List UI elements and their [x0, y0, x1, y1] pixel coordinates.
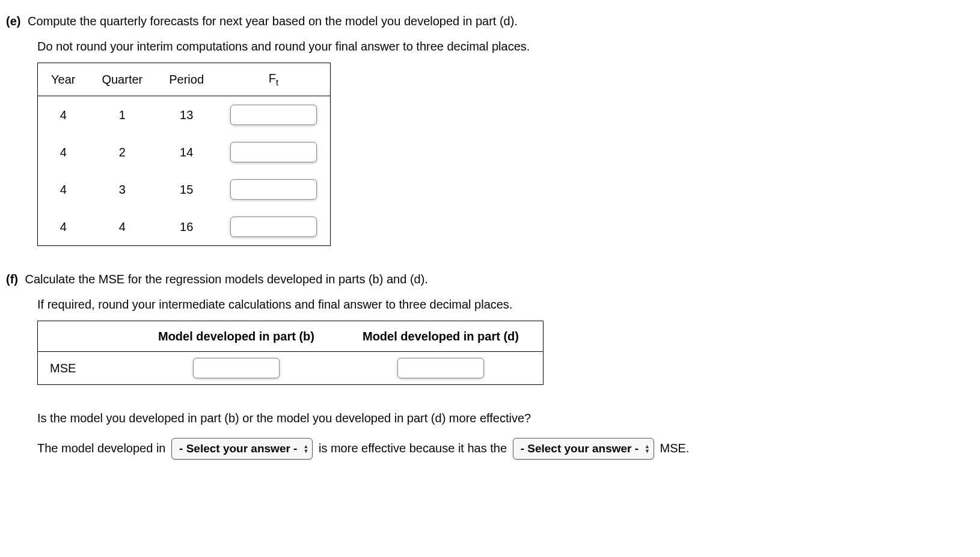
effectiveness-question: Is the model you developed in part (b) o… — [37, 409, 974, 427]
forecast-table: Year Quarter Period Ft 4 1 13 4 2 14 — [37, 63, 331, 246]
cell-year: 4 — [38, 171, 89, 208]
cell-period: 16 — [156, 208, 217, 246]
table-row: 4 2 14 — [38, 134, 331, 171]
col-quarter: Quarter — [88, 63, 156, 96]
mse-table: Model developed in part (b) Model develo… — [37, 321, 544, 385]
select-placeholder: - Select your answer - — [521, 440, 639, 458]
part-f-label: (f) — [6, 272, 18, 286]
part-e-line1: Compute the quarterly forecasts for next… — [28, 14, 518, 28]
updown-icon: ▲▼ — [645, 444, 650, 454]
part-e-line2: Do not round your interim computations a… — [37, 40, 530, 53]
sentence-post: MSE. — [660, 442, 690, 455]
cell-quarter: 4 — [88, 208, 156, 246]
ft-input-15[interactable] — [230, 179, 317, 200]
part-f-line2: If required, round your intermediate cal… — [37, 298, 512, 311]
model-select[interactable]: - Select your answer - ▲▼ — [171, 438, 313, 460]
ft-input-14[interactable] — [230, 142, 317, 162]
table-row: 4 3 15 — [38, 171, 331, 208]
sentence-pre: The model developed in — [37, 442, 169, 455]
table-row: 4 1 13 — [38, 96, 331, 134]
cell-year: 4 — [38, 96, 89, 134]
ft-input-13[interactable] — [230, 105, 317, 125]
ft-input-16[interactable] — [230, 217, 317, 237]
mse-input-b[interactable] — [193, 358, 280, 378]
cell-period: 15 — [156, 171, 217, 208]
part-e-label: (e) — [6, 14, 20, 28]
table-row: MSE — [38, 351, 544, 384]
col-year: Year — [38, 63, 89, 96]
cell-quarter: 2 — [88, 134, 156, 171]
cell-quarter: 1 — [88, 96, 156, 134]
part-f-line1: Calculate the MSE for the regression mod… — [25, 272, 428, 286]
sentence-mid: is more effective because it has the — [319, 442, 510, 455]
col-ft: Ft — [217, 63, 331, 96]
row-label-mse: MSE — [38, 351, 135, 384]
cell-period: 13 — [156, 96, 217, 134]
col-model-b: Model developed in part (b) — [134, 321, 338, 351]
cell-year: 4 — [38, 208, 89, 246]
cell-year: 4 — [38, 134, 89, 171]
select-placeholder: - Select your answer - — [179, 440, 297, 458]
table-row: 4 4 16 — [38, 208, 331, 246]
cell-period: 14 — [156, 134, 217, 171]
col-blank — [38, 321, 135, 351]
col-model-d: Model developed in part (d) — [338, 321, 544, 351]
cell-quarter: 3 — [88, 171, 156, 208]
mse-input-d[interactable] — [397, 358, 484, 378]
updown-icon: ▲▼ — [303, 444, 308, 454]
col-period: Period — [156, 63, 217, 96]
mse-compare-select[interactable]: - Select your answer - ▲▼ — [513, 438, 654, 460]
